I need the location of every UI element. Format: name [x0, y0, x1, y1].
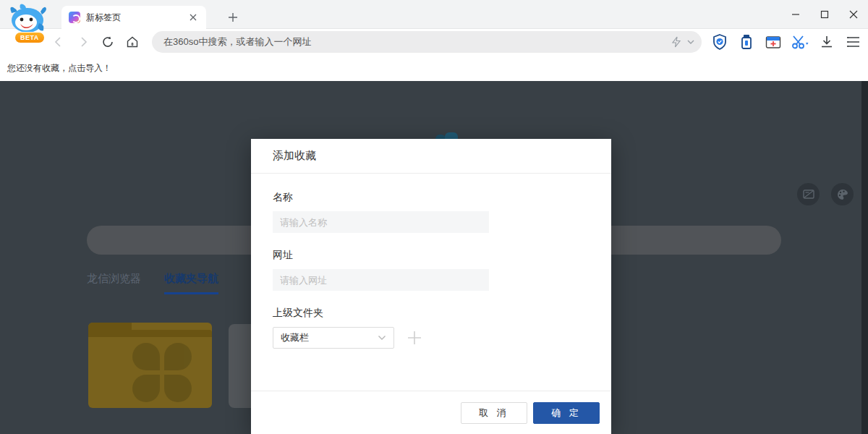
back-button[interactable] — [48, 31, 69, 53]
chevron-down-icon — [378, 335, 386, 341]
bookmarks-bar: 您还没有收藏，点击导入！ — [0, 55, 868, 81]
beta-badge: BETA — [14, 32, 45, 43]
parent-folder-label: 上级文件夹 — [273, 307, 590, 320]
window-controls — [781, 0, 868, 29]
browser-window: BETA 新标签页 — [0, 0, 868, 434]
add-folder-button[interactable] — [406, 329, 423, 346]
reload-button[interactable] — [97, 31, 119, 53]
forward-button[interactable] — [72, 31, 94, 53]
dialog-header: 添加收藏 — [251, 139, 611, 174]
tab-new-tab-page[interactable]: 新标签页 — [61, 6, 206, 29]
browser-logo: BETA — [4, 3, 51, 48]
parent-folder-value: 收藏栏 — [281, 331, 309, 344]
theme-button[interactable] — [831, 183, 854, 205]
address-dropdown-icon[interactable] — [687, 39, 694, 45]
dialog-body: 名称 网址 上级文件夹 收藏栏 — [251, 174, 611, 349]
add-bookmark-dialog: 添加收藏 名称 网址 上级文件夹 收藏栏 取 消 确 定 — [251, 139, 611, 434]
toolbar-extensions — [711, 31, 862, 53]
new-tab-button[interactable] — [224, 9, 242, 26]
clover-watermark-icon — [132, 343, 192, 402]
usb-drive-icon[interactable] — [738, 33, 755, 51]
menu-icon[interactable] — [845, 33, 862, 51]
mail-icon — [803, 190, 814, 199]
palette-icon — [837, 189, 848, 200]
maximize-button[interactable] — [810, 0, 839, 29]
plus-icon — [407, 330, 422, 346]
tab-close-icon[interactable] — [187, 12, 199, 23]
bookmarks-import-hint[interactable]: 您还没有收藏，点击导入！ — [7, 62, 111, 75]
mascot-icon — [4, 3, 51, 35]
close-button[interactable] — [839, 0, 868, 29]
scissors-icon[interactable] — [791, 33, 809, 51]
dialog-title: 添加收藏 — [273, 149, 316, 163]
security-shield-icon[interactable] — [711, 33, 728, 51]
nav-toolbar: 在360so中搜索，或者输入一个网址 — [0, 29, 868, 55]
tab-favicon-icon — [69, 12, 80, 23]
confirm-button[interactable]: 确 定 — [533, 402, 600, 424]
titlebar: BETA 新标签页 — [0, 0, 868, 29]
name-input[interactable] — [273, 211, 489, 233]
minimize-button[interactable] — [781, 0, 810, 29]
medkit-icon[interactable] — [765, 33, 782, 51]
cancel-button[interactable]: 取 消 — [461, 402, 527, 424]
tab-title: 新标签页 — [86, 12, 187, 24]
bookmark-folder-card[interactable] — [88, 323, 212, 408]
parent-folder-select[interactable]: 收藏栏 — [273, 327, 394, 349]
address-bar[interactable]: 在360so中搜索，或者输入一个网址 — [152, 31, 702, 53]
address-placeholder: 在360so中搜索，或者输入一个网址 — [163, 35, 671, 48]
dialog-footer: 取 消 确 定 — [251, 391, 611, 434]
name-label: 名称 — [273, 191, 590, 204]
mail-button[interactable] — [797, 183, 820, 205]
url-label: 网址 — [273, 249, 590, 262]
flash-icon[interactable] — [671, 36, 681, 48]
url-input[interactable] — [273, 269, 489, 291]
page-tab-browser-nav[interactable]: 龙信浏览器 — [87, 272, 141, 294]
download-icon[interactable] — [818, 33, 835, 51]
scrollbar-track[interactable] — [861, 81, 868, 434]
page-tabs: 龙信浏览器 收藏夹导航 — [87, 272, 218, 294]
page-tab-favorites-nav[interactable]: 收藏夹导航 — [164, 272, 218, 294]
home-button[interactable] — [122, 31, 143, 53]
